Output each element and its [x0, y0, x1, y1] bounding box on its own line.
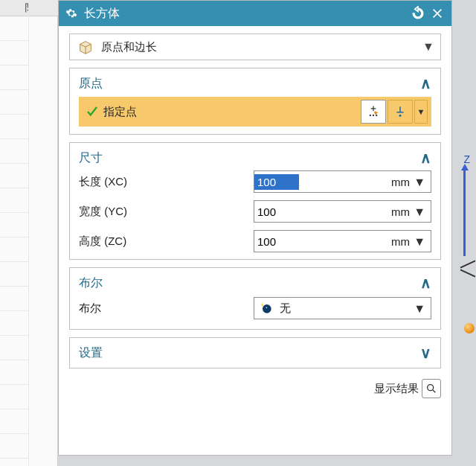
chevron-up-icon: ∧ [420, 275, 431, 290]
section-origin-title: 原点 [79, 76, 420, 92]
boolean-value: 无 [280, 301, 426, 316]
boolean-field[interactable]: 无 [254, 297, 431, 319]
section-settings: 设置 ∨ [69, 337, 441, 368]
tree-header: 阝 [0, 0, 58, 16]
show-result[interactable]: 显示结果 [374, 379, 441, 398]
specify-point-label: 指定点 [103, 105, 359, 119]
section-settings-header[interactable]: 设置 ∨ [79, 344, 431, 362]
section-origin: 原点 ∧ 指定点 [69, 68, 441, 135]
none-icon [259, 301, 274, 316]
section-boolean-header[interactable]: 布尔 ∧ [79, 274, 431, 292]
viewport: Z [452, 25, 476, 466]
boolean-row: 布尔 无 ▼ [79, 293, 431, 323]
chevron-down-icon[interactable]: ▼ [414, 302, 425, 316]
grid-rows [0, 16, 28, 459]
section-boolean: 布尔 ∧ 布尔 无 [69, 267, 441, 330]
chevron-down-icon: ∨ [420, 345, 431, 360]
dim-row-length: 长度 (XC) mm ▼ [79, 167, 431, 197]
unit-label[interactable]: mm [299, 176, 431, 188]
section-dimensions: 尺寸 ∧ 长度 (XC) mm ▼ 宽度 (YC) [69, 142, 441, 260]
tree-strip: 阝 [0, 0, 58, 466]
reset-icon[interactable] [408, 4, 428, 23]
type-selector[interactable]: 原点和边长 ▼ [69, 33, 441, 60]
dim-row-width: 宽度 (YC) mm ▼ [79, 197, 431, 226]
chevron-down-icon[interactable]: ▼ [414, 176, 425, 189]
dim-field-width[interactable]: mm [254, 200, 431, 223]
section-dimensions-header[interactable]: 尺寸 ∧ [79, 149, 431, 167]
svg-point-6 [428, 385, 434, 391]
titlebar: 长方体 [59, 1, 451, 26]
section-dimensions-title: 尺寸 [79, 150, 420, 166]
unit-label[interactable]: mm [299, 205, 431, 218]
inferred-point-dropdown[interactable]: ▼ [414, 100, 428, 124]
dim-row-height: 高度 (ZC) mm ▼ [79, 226, 431, 256]
gear-icon[interactable] [65, 7, 78, 20]
dim-label: 宽度 (YC) [79, 205, 254, 219]
boolean-label: 布尔 [79, 301, 254, 316]
svg-point-3 [399, 115, 402, 117]
dim-field-height[interactable]: mm [254, 230, 431, 252]
svg-point-1 [373, 115, 374, 116]
close-icon[interactable] [428, 4, 447, 23]
chevron-down-icon[interactable]: ▼ [414, 235, 425, 249]
grid-vline [28, 0, 29, 466]
chevron-up-icon: ∧ [420, 150, 431, 165]
width-input[interactable] [254, 204, 299, 220]
dialog-body: 原点和边长 ▼ 原点 ∧ 指定点 [59, 26, 451, 374]
check-icon [86, 105, 99, 118]
svg-point-5 [261, 303, 263, 304]
section-settings-title: 设置 [79, 345, 420, 361]
svg-point-4 [263, 304, 271, 313]
bottom-row: 显示结果 [59, 374, 451, 398]
section-boolean-title: 布尔 [79, 275, 420, 291]
origin-ball-icon [464, 323, 475, 333]
show-result-label: 显示结果 [374, 382, 419, 396]
height-input[interactable] [254, 234, 299, 249]
type-label: 原点和边长 [101, 40, 422, 54]
dim-label: 长度 (XC) [79, 175, 254, 189]
inferred-point-button[interactable] [387, 100, 413, 124]
chevron-down-icon[interactable]: ▼ [414, 205, 425, 219]
dim-field-length[interactable]: mm [254, 170, 431, 193]
dialog-title: 长方体 [84, 6, 408, 22]
axis-hint [460, 269, 476, 277]
unit-label[interactable]: mm [299, 235, 431, 248]
specify-point-row[interactable]: 指定点 ▼ [79, 97, 431, 127]
svg-point-0 [370, 115, 371, 116]
z-axis-line [463, 167, 466, 256]
chevron-up-icon: ∧ [420, 76, 431, 91]
point-dialog-button[interactable] [361, 100, 386, 124]
dim-label: 高度 (ZC) [79, 234, 254, 249]
axis-hint [460, 260, 476, 268]
section-origin-header[interactable]: 原点 ∧ [79, 74, 431, 92]
cube-icon [77, 39, 94, 55]
chevron-down-icon: ▼ [422, 40, 433, 54]
block-dialog: 长方体 原点和边长 ▼ 原点 ∧ [58, 0, 452, 456]
magnify-icon[interactable] [422, 379, 441, 398]
length-input[interactable] [254, 174, 299, 190]
